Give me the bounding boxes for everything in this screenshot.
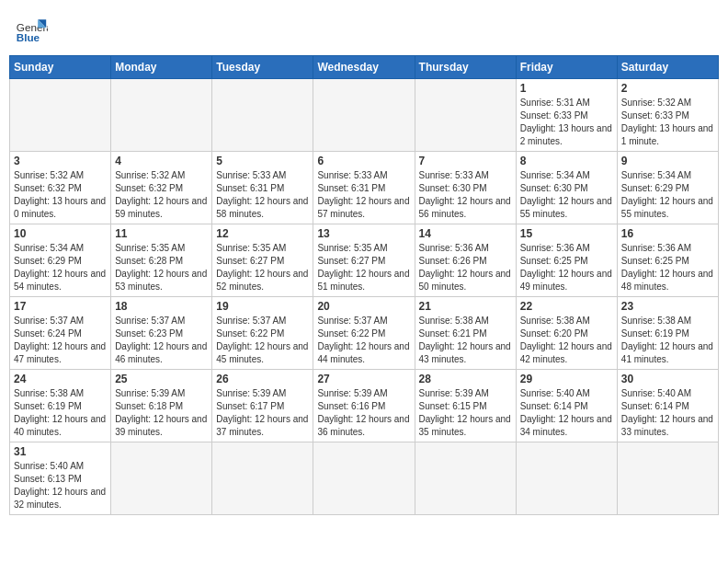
day-cell-10: 10Sunrise: 5:34 AM Sunset: 6:29 PM Dayli… xyxy=(10,224,111,297)
svg-text:Blue: Blue xyxy=(17,31,40,43)
day-info: Sunrise: 5:37 AM Sunset: 6:23 PM Dayligh… xyxy=(115,315,208,366)
day-cell-26: 26Sunrise: 5:39 AM Sunset: 6:17 PM Dayli… xyxy=(212,370,313,442)
day-number: 2 xyxy=(621,82,714,95)
empty-cell xyxy=(313,79,415,152)
day-number: 31 xyxy=(14,445,107,458)
week-row-6: 31Sunrise: 5:40 AM Sunset: 6:13 PM Dayli… xyxy=(10,442,719,515)
day-info: Sunrise: 5:40 AM Sunset: 6:14 PM Dayligh… xyxy=(621,387,714,439)
week-row-3: 10Sunrise: 5:34 AM Sunset: 6:29 PM Dayli… xyxy=(10,224,719,297)
day-number: 1 xyxy=(520,82,613,95)
day-number: 6 xyxy=(317,155,410,167)
day-info: Sunrise: 5:34 AM Sunset: 6:29 PM Dayligh… xyxy=(621,169,714,221)
day-number: 21 xyxy=(419,300,512,313)
day-number: 20 xyxy=(317,300,410,313)
day-info: Sunrise: 5:37 AM Sunset: 6:22 PM Dayligh… xyxy=(317,315,410,366)
week-row-5: 24Sunrise: 5:38 AM Sunset: 6:19 PM Dayli… xyxy=(10,370,719,442)
day-cell-31: 31Sunrise: 5:40 AM Sunset: 6:13 PM Dayli… xyxy=(10,442,111,515)
day-number: 22 xyxy=(520,300,613,313)
logo-icon: General Blue xyxy=(15,13,48,46)
day-cell-6: 6Sunrise: 5:33 AM Sunset: 6:31 PM Daylig… xyxy=(313,152,415,224)
day-cell-30: 30Sunrise: 5:40 AM Sunset: 6:14 PM Dayli… xyxy=(617,370,718,442)
day-info: Sunrise: 5:38 AM Sunset: 6:21 PM Dayligh… xyxy=(419,315,512,366)
page-header: General Blue xyxy=(9,9,719,50)
day-cell-13: 13Sunrise: 5:35 AM Sunset: 6:27 PM Dayli… xyxy=(313,224,415,297)
day-number: 11 xyxy=(115,227,208,240)
empty-cell xyxy=(212,79,313,152)
day-cell-29: 29Sunrise: 5:40 AM Sunset: 6:14 PM Dayli… xyxy=(516,370,617,442)
week-row-2: 3Sunrise: 5:32 AM Sunset: 6:32 PM Daylig… xyxy=(10,152,719,224)
day-cell-2: 2Sunrise: 5:32 AM Sunset: 6:33 PM Daylig… xyxy=(617,79,718,152)
day-cell-1: 1Sunrise: 5:31 AM Sunset: 6:33 PM Daylig… xyxy=(516,79,617,152)
day-cell-27: 27Sunrise: 5:39 AM Sunset: 6:16 PM Dayli… xyxy=(313,370,415,442)
day-info: Sunrise: 5:34 AM Sunset: 6:29 PM Dayligh… xyxy=(14,242,107,293)
day-cell-7: 7Sunrise: 5:33 AM Sunset: 6:30 PM Daylig… xyxy=(415,152,516,224)
weekday-header-row: SundayMondayTuesdayWednesdayThursdayFrid… xyxy=(10,56,719,79)
day-cell-20: 20Sunrise: 5:37 AM Sunset: 6:22 PM Dayli… xyxy=(313,297,415,370)
day-number: 29 xyxy=(520,373,613,385)
day-cell-4: 4Sunrise: 5:32 AM Sunset: 6:32 PM Daylig… xyxy=(111,152,212,224)
day-number: 12 xyxy=(216,227,309,240)
day-number: 13 xyxy=(317,227,410,240)
day-cell-24: 24Sunrise: 5:38 AM Sunset: 6:19 PM Dayli… xyxy=(10,370,111,442)
day-info: Sunrise: 5:36 AM Sunset: 6:25 PM Dayligh… xyxy=(520,242,613,293)
day-info: Sunrise: 5:37 AM Sunset: 6:24 PM Dayligh… xyxy=(14,315,107,366)
logo: General Blue xyxy=(15,13,48,46)
weekday-header-tuesday: Tuesday xyxy=(212,56,313,79)
weekday-header-saturday: Saturday xyxy=(617,56,718,79)
day-cell-12: 12Sunrise: 5:35 AM Sunset: 6:27 PM Dayli… xyxy=(212,224,313,297)
day-number: 4 xyxy=(115,155,208,167)
day-number: 24 xyxy=(14,373,107,385)
day-cell-3: 3Sunrise: 5:32 AM Sunset: 6:32 PM Daylig… xyxy=(10,152,111,224)
day-number: 18 xyxy=(115,300,208,313)
empty-cell xyxy=(212,442,313,515)
day-info: Sunrise: 5:40 AM Sunset: 6:13 PM Dayligh… xyxy=(14,460,107,511)
day-number: 30 xyxy=(621,373,714,385)
week-row-1: 1Sunrise: 5:31 AM Sunset: 6:33 PM Daylig… xyxy=(10,79,719,152)
calendar-table: SundayMondayTuesdayWednesdayThursdayFrid… xyxy=(9,55,719,515)
day-number: 9 xyxy=(621,155,714,167)
day-number: 26 xyxy=(216,373,309,385)
weekday-header-monday: Monday xyxy=(111,56,212,79)
day-number: 16 xyxy=(621,227,714,240)
day-info: Sunrise: 5:36 AM Sunset: 6:26 PM Dayligh… xyxy=(419,242,512,293)
day-number: 7 xyxy=(419,155,512,167)
empty-cell xyxy=(10,79,111,152)
day-info: Sunrise: 5:37 AM Sunset: 6:22 PM Dayligh… xyxy=(216,315,309,366)
day-info: Sunrise: 5:34 AM Sunset: 6:30 PM Dayligh… xyxy=(520,169,613,221)
day-cell-9: 9Sunrise: 5:34 AM Sunset: 6:29 PM Daylig… xyxy=(617,152,718,224)
day-cell-23: 23Sunrise: 5:38 AM Sunset: 6:19 PM Dayli… xyxy=(617,297,718,370)
day-number: 27 xyxy=(317,373,410,385)
day-cell-28: 28Sunrise: 5:39 AM Sunset: 6:15 PM Dayli… xyxy=(415,370,516,442)
day-number: 17 xyxy=(14,300,107,313)
day-cell-16: 16Sunrise: 5:36 AM Sunset: 6:25 PM Dayli… xyxy=(617,224,718,297)
day-cell-14: 14Sunrise: 5:36 AM Sunset: 6:26 PM Dayli… xyxy=(415,224,516,297)
day-info: Sunrise: 5:39 AM Sunset: 6:18 PM Dayligh… xyxy=(115,387,208,439)
day-cell-17: 17Sunrise: 5:37 AM Sunset: 6:24 PM Dayli… xyxy=(10,297,111,370)
day-info: Sunrise: 5:33 AM Sunset: 6:31 PM Dayligh… xyxy=(317,169,410,221)
day-info: Sunrise: 5:40 AM Sunset: 6:14 PM Dayligh… xyxy=(520,387,613,439)
weekday-header-wednesday: Wednesday xyxy=(313,56,415,79)
day-info: Sunrise: 5:39 AM Sunset: 6:17 PM Dayligh… xyxy=(216,387,309,439)
day-cell-25: 25Sunrise: 5:39 AM Sunset: 6:18 PM Dayli… xyxy=(111,370,212,442)
weekday-header-sunday: Sunday xyxy=(10,56,111,79)
empty-cell xyxy=(111,442,212,515)
week-row-4: 17Sunrise: 5:37 AM Sunset: 6:24 PM Dayli… xyxy=(10,297,719,370)
day-cell-11: 11Sunrise: 5:35 AM Sunset: 6:28 PM Dayli… xyxy=(111,224,212,297)
day-info: Sunrise: 5:39 AM Sunset: 6:15 PM Dayligh… xyxy=(419,387,512,439)
day-number: 28 xyxy=(419,373,512,385)
day-number: 19 xyxy=(216,300,309,313)
day-cell-21: 21Sunrise: 5:38 AM Sunset: 6:21 PM Dayli… xyxy=(415,297,516,370)
day-number: 5 xyxy=(216,155,309,167)
day-cell-18: 18Sunrise: 5:37 AM Sunset: 6:23 PM Dayli… xyxy=(111,297,212,370)
day-cell-19: 19Sunrise: 5:37 AM Sunset: 6:22 PM Dayli… xyxy=(212,297,313,370)
day-number: 10 xyxy=(14,227,107,240)
day-info: Sunrise: 5:33 AM Sunset: 6:30 PM Dayligh… xyxy=(419,169,512,221)
day-info: Sunrise: 5:31 AM Sunset: 6:33 PM Dayligh… xyxy=(520,97,613,148)
empty-cell xyxy=(415,79,516,152)
day-number: 25 xyxy=(115,373,208,385)
weekday-header-friday: Friday xyxy=(516,56,617,79)
day-number: 8 xyxy=(520,155,613,167)
day-info: Sunrise: 5:38 AM Sunset: 6:19 PM Dayligh… xyxy=(621,315,714,366)
day-cell-8: 8Sunrise: 5:34 AM Sunset: 6:30 PM Daylig… xyxy=(516,152,617,224)
day-cell-15: 15Sunrise: 5:36 AM Sunset: 6:25 PM Dayli… xyxy=(516,224,617,297)
